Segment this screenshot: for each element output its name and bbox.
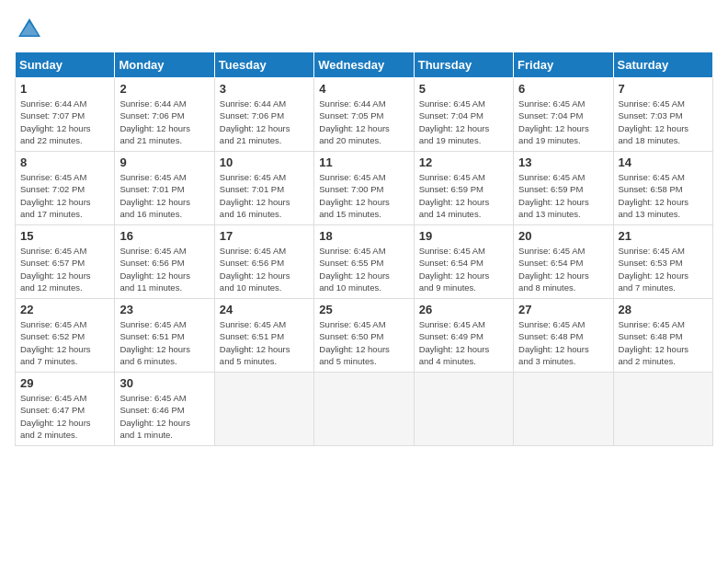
day-number: 24	[220, 303, 309, 316]
day-info: Sunrise: 6:45 AMSunset: 6:49 PMDaylight:…	[419, 318, 508, 367]
day-info: Sunrise: 6:45 AMSunset: 6:53 PMDaylight:…	[619, 245, 708, 293]
day-info: Sunrise: 6:45 AMSunset: 6:59 PMDaylight:…	[419, 171, 508, 220]
day-number: 23	[119, 303, 209, 316]
day-cell: 2Sunrise: 6:44 AMSunset: 7:06 PMDaylight…	[115, 78, 214, 152]
day-cell: 15Sunrise: 6:45 AMSunset: 6:57 PMDayligh…	[16, 225, 115, 299]
day-cell: 19Sunrise: 6:45 AMSunset: 6:54 PMDayligh…	[414, 225, 513, 299]
day-cell: 22Sunrise: 6:45 AMSunset: 6:52 PMDayligh…	[16, 299, 115, 373]
day-cell: 18Sunrise: 6:45 AMSunset: 6:55 PMDayligh…	[314, 225, 414, 299]
day-cell	[414, 373, 513, 446]
header-cell-thursday: Thursday	[414, 52, 513, 78]
day-number: 15	[20, 229, 109, 243]
day-number: 25	[319, 303, 408, 316]
day-number: 11	[319, 155, 408, 169]
day-cell	[514, 373, 613, 446]
day-info: Sunrise: 6:45 AMSunset: 6:46 PMDaylight:…	[119, 392, 209, 441]
day-info: Sunrise: 6:45 AMSunset: 6:55 PMDaylight:…	[319, 245, 408, 293]
day-number: 16	[119, 229, 209, 243]
day-info: Sunrise: 6:45 AMSunset: 6:59 PMDaylight:…	[518, 171, 608, 220]
header-cell-monday: Monday	[115, 52, 214, 78]
day-info: Sunrise: 6:45 AMSunset: 7:01 PMDaylight:…	[119, 171, 209, 220]
day-number: 3	[220, 82, 309, 96]
day-info: Sunrise: 6:45 AMSunset: 6:54 PMDaylight:…	[518, 245, 608, 293]
day-number: 20	[518, 229, 608, 243]
day-cell: 24Sunrise: 6:45 AMSunset: 6:51 PMDayligh…	[214, 299, 313, 373]
day-number: 27	[518, 303, 608, 316]
day-number: 6	[518, 82, 608, 96]
day-info: Sunrise: 6:45 AMSunset: 7:00 PMDaylight:…	[319, 171, 408, 220]
day-number: 30	[119, 376, 209, 390]
day-cell	[314, 373, 414, 446]
day-cell	[613, 373, 712, 446]
week-row: 15Sunrise: 6:45 AMSunset: 6:57 PMDayligh…	[16, 225, 713, 299]
day-info: Sunrise: 6:44 AMSunset: 7:06 PMDaylight:…	[220, 98, 309, 146]
header-cell-tuesday: Tuesday	[214, 52, 313, 78]
day-number: 26	[419, 303, 508, 316]
week-row: 1Sunrise: 6:44 AMSunset: 7:07 PMDaylight…	[16, 78, 713, 152]
day-cell: 12Sunrise: 6:45 AMSunset: 6:59 PMDayligh…	[414, 152, 513, 225]
day-cell: 27Sunrise: 6:45 AMSunset: 6:48 PMDayligh…	[514, 299, 613, 373]
day-info: Sunrise: 6:45 AMSunset: 6:57 PMDaylight:…	[20, 245, 109, 293]
day-info: Sunrise: 6:45 AMSunset: 7:04 PMDaylight:…	[419, 98, 508, 146]
header	[15, 15, 713, 44]
day-cell: 16Sunrise: 6:45 AMSunset: 6:56 PMDayligh…	[115, 225, 214, 299]
calendar-body: 1Sunrise: 6:44 AMSunset: 7:07 PMDaylight…	[16, 78, 713, 446]
day-cell: 10Sunrise: 6:45 AMSunset: 7:01 PMDayligh…	[214, 152, 313, 225]
day-cell: 25Sunrise: 6:45 AMSunset: 6:50 PMDayligh…	[314, 299, 414, 373]
day-cell	[214, 373, 313, 446]
day-cell: 17Sunrise: 6:45 AMSunset: 6:56 PMDayligh…	[214, 225, 313, 299]
week-row: 29Sunrise: 6:45 AMSunset: 6:47 PMDayligh…	[16, 373, 713, 446]
day-cell: 4Sunrise: 6:44 AMSunset: 7:05 PMDaylight…	[314, 78, 414, 152]
day-number: 7	[619, 82, 708, 96]
day-info: Sunrise: 6:45 AMSunset: 7:01 PMDaylight:…	[220, 171, 309, 220]
day-number: 10	[220, 155, 309, 169]
day-info: Sunrise: 6:45 AMSunset: 7:04 PMDaylight:…	[518, 98, 608, 146]
day-cell: 29Sunrise: 6:45 AMSunset: 6:47 PMDayligh…	[16, 373, 115, 446]
day-number: 13	[518, 155, 608, 169]
day-cell: 21Sunrise: 6:45 AMSunset: 6:53 PMDayligh…	[613, 225, 712, 299]
calendar: SundayMondayTuesdayWednesdayThursdayFrid…	[15, 52, 713, 446]
header-cell-friday: Friday	[514, 52, 613, 78]
day-cell: 30Sunrise: 6:45 AMSunset: 6:46 PMDayligh…	[115, 373, 214, 446]
day-cell: 26Sunrise: 6:45 AMSunset: 6:49 PMDayligh…	[414, 299, 513, 373]
day-number: 18	[319, 229, 408, 243]
day-info: Sunrise: 6:45 AMSunset: 6:47 PMDaylight:…	[20, 392, 109, 441]
day-cell: 11Sunrise: 6:45 AMSunset: 7:00 PMDayligh…	[314, 152, 414, 225]
day-cell: 3Sunrise: 6:44 AMSunset: 7:06 PMDaylight…	[214, 78, 313, 152]
day-number: 22	[20, 303, 109, 316]
logo-icon	[15, 15, 44, 44]
day-info: Sunrise: 6:44 AMSunset: 7:05 PMDaylight:…	[319, 98, 408, 146]
day-number: 4	[319, 82, 408, 96]
day-info: Sunrise: 6:45 AMSunset: 7:02 PMDaylight:…	[20, 171, 109, 220]
day-number: 2	[119, 82, 209, 96]
day-info: Sunrise: 6:44 AMSunset: 7:06 PMDaylight:…	[119, 98, 209, 146]
day-number: 19	[419, 229, 508, 243]
week-row: 8Sunrise: 6:45 AMSunset: 7:02 PMDaylight…	[16, 152, 713, 225]
day-number: 29	[20, 376, 109, 390]
day-info: Sunrise: 6:45 AMSunset: 6:56 PMDaylight:…	[220, 245, 309, 293]
day-info: Sunrise: 6:45 AMSunset: 6:58 PMDaylight:…	[619, 171, 708, 220]
day-info: Sunrise: 6:45 AMSunset: 6:48 PMDaylight:…	[619, 318, 708, 367]
day-cell: 20Sunrise: 6:45 AMSunset: 6:54 PMDayligh…	[514, 225, 613, 299]
day-number: 12	[419, 155, 508, 169]
day-info: Sunrise: 6:45 AMSunset: 6:56 PMDaylight:…	[119, 245, 209, 293]
day-info: Sunrise: 6:45 AMSunset: 6:51 PMDaylight:…	[119, 318, 209, 367]
day-cell: 6Sunrise: 6:45 AMSunset: 7:04 PMDaylight…	[514, 78, 613, 152]
day-number: 17	[220, 229, 309, 243]
day-number: 21	[619, 229, 708, 243]
day-info: Sunrise: 6:45 AMSunset: 6:54 PMDaylight:…	[419, 245, 508, 293]
day-info: Sunrise: 6:45 AMSunset: 7:03 PMDaylight:…	[619, 98, 708, 146]
day-cell: 5Sunrise: 6:45 AMSunset: 7:04 PMDaylight…	[414, 78, 513, 152]
header-cell-saturday: Saturday	[613, 52, 712, 78]
day-number: 5	[419, 82, 508, 96]
day-info: Sunrise: 6:45 AMSunset: 6:52 PMDaylight:…	[20, 318, 109, 367]
day-number: 1	[20, 82, 109, 96]
day-number: 28	[619, 303, 708, 316]
header-cell-wednesday: Wednesday	[314, 52, 414, 78]
day-number: 8	[20, 155, 109, 169]
day-cell: 28Sunrise: 6:45 AMSunset: 6:48 PMDayligh…	[613, 299, 712, 373]
day-number: 14	[619, 155, 708, 169]
day-info: Sunrise: 6:45 AMSunset: 6:48 PMDaylight:…	[518, 318, 608, 367]
day-cell: 8Sunrise: 6:45 AMSunset: 7:02 PMDaylight…	[16, 152, 115, 225]
header-cell-sunday: Sunday	[16, 52, 115, 78]
